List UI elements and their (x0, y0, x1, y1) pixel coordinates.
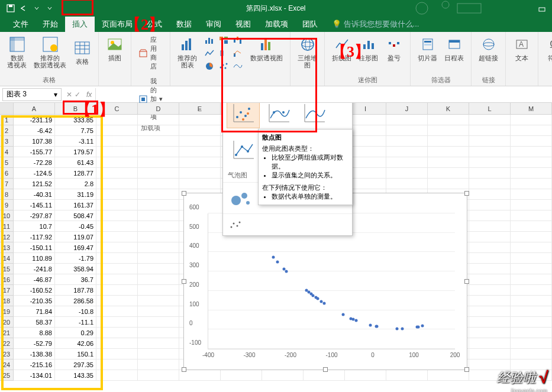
cell[interactable]: 121.52 (14, 179, 55, 189)
cell[interactable]: 10.7 (14, 221, 55, 232)
resize-handle[interactable] (323, 367, 328, 372)
scatter-markers-option[interactable] (227, 103, 260, 128)
column-header[interactable]: M (511, 103, 552, 115)
resize-handle[interactable] (464, 191, 469, 196)
cell[interactable]: 110.89 (14, 253, 55, 264)
cell[interactable] (138, 136, 179, 147)
cell[interactable] (469, 274, 511, 285)
cell[interactable]: -124.5 (14, 168, 55, 179)
column-header[interactable]: A (14, 103, 55, 115)
cell[interactable]: -46.87 (14, 274, 55, 285)
cell[interactable]: 508.47 (55, 210, 96, 221)
cell[interactable]: 36.7 (55, 274, 96, 285)
save-icon[interactable] (6, 4, 15, 13)
column-header[interactable]: J (386, 103, 428, 115)
row-header[interactable]: 12 (0, 232, 14, 242)
cell[interactable] (469, 189, 511, 200)
cell[interactable] (96, 147, 138, 157)
cell[interactable]: 128.77 (55, 168, 96, 179)
cell[interactable] (179, 157, 221, 168)
cell[interactable] (511, 168, 552, 179)
cell[interactable]: 31.19 (55, 189, 96, 200)
cell[interactable] (469, 306, 511, 317)
cell[interactable] (179, 147, 221, 157)
cell[interactable] (511, 264, 552, 274)
cell[interactable] (138, 317, 179, 328)
3d-map-button[interactable]: 三维地 图 (295, 34, 319, 70)
more-scatter-option[interactable] (227, 218, 243, 232)
select-all-corner[interactable] (0, 103, 14, 115)
cell[interactable] (511, 200, 552, 210)
cell[interactable] (428, 370, 469, 381)
cell[interactable] (138, 168, 179, 179)
store-button[interactable]: 应用商店 (136, 34, 165, 72)
cell[interactable]: -1.79 (55, 253, 96, 264)
cell[interactable] (96, 306, 138, 317)
cell[interactable] (511, 136, 552, 147)
cell[interactable] (511, 306, 552, 317)
cell[interactable] (386, 136, 428, 147)
cell[interactable] (138, 189, 179, 200)
line-chart-button[interactable] (203, 47, 216, 59)
cell[interactable]: -241.8 (14, 264, 55, 274)
cell[interactable] (138, 328, 179, 338)
row-header[interactable]: 4 (0, 147, 14, 157)
cell[interactable]: 58.37 (14, 317, 55, 328)
cell[interactable] (511, 147, 552, 157)
row-header[interactable]: 25 (0, 370, 14, 381)
cell[interactable] (469, 200, 511, 210)
row-header[interactable]: 1 (0, 115, 14, 125)
cell[interactable] (469, 285, 511, 296)
cell[interactable] (138, 232, 179, 242)
cell[interactable] (96, 179, 138, 189)
cell[interactable] (469, 179, 511, 189)
cancel-icon[interactable]: ✕ (66, 90, 72, 99)
cell[interactable] (96, 157, 138, 168)
cell[interactable] (138, 253, 179, 264)
cell[interactable] (96, 200, 138, 210)
recommended-pivot-button[interactable]: 推荐的 数据透视表 (31, 34, 69, 70)
scatter-smooth-lines-option[interactable] (262, 103, 295, 128)
hierarchy-chart-button[interactable] (217, 34, 230, 46)
cell[interactable] (96, 253, 138, 264)
resize-handle[interactable] (182, 191, 186, 196)
cell[interactable] (96, 338, 138, 349)
cell[interactable] (469, 125, 511, 136)
cell[interactable] (469, 115, 511, 125)
ribbon-options-icon[interactable] (538, 4, 546, 12)
cell[interactable]: 286.58 (55, 296, 96, 306)
cell[interactable]: 71.84 (14, 306, 55, 317)
cell[interactable] (138, 200, 179, 210)
cell[interactable] (511, 210, 552, 221)
cell[interactable] (138, 349, 179, 359)
qat-customize-icon[interactable] (45, 4, 54, 13)
cell[interactable] (511, 157, 552, 168)
cell[interactable] (138, 306, 179, 317)
cell[interactable] (428, 168, 469, 179)
cell[interactable]: 0.29 (55, 328, 96, 338)
cell[interactable]: -11.1 (55, 317, 96, 328)
cell[interactable] (138, 125, 179, 136)
cell[interactable] (469, 338, 511, 349)
cell[interactable]: -297.87 (14, 210, 55, 221)
cell[interactable] (469, 168, 511, 179)
column-header[interactable]: K (428, 103, 469, 115)
pie-chart-button[interactable] (203, 60, 216, 72)
cell[interactable] (511, 179, 552, 189)
row-header[interactable]: 2 (0, 125, 14, 136)
cell[interactable]: 297.35 (55, 359, 96, 370)
cell[interactable] (96, 136, 138, 147)
cell[interactable] (96, 296, 138, 306)
cell[interactable]: 119.07 (55, 232, 96, 242)
cell[interactable]: -134.01 (14, 370, 55, 381)
dropdown-icon[interactable]: ▾ (54, 90, 57, 99)
cell[interactable] (138, 179, 179, 189)
cell[interactable] (469, 317, 511, 328)
row-header[interactable]: 15 (0, 264, 14, 274)
tell-me-box[interactable]: 💡 告诉我您想要做什么... (325, 17, 426, 32)
table-button[interactable]: 表格 (71, 38, 93, 66)
row-header[interactable]: 10 (0, 210, 14, 221)
cell[interactable] (386, 115, 428, 125)
cell[interactable]: -150.11 (14, 242, 55, 253)
cell[interactable]: 2.8 (55, 179, 96, 189)
